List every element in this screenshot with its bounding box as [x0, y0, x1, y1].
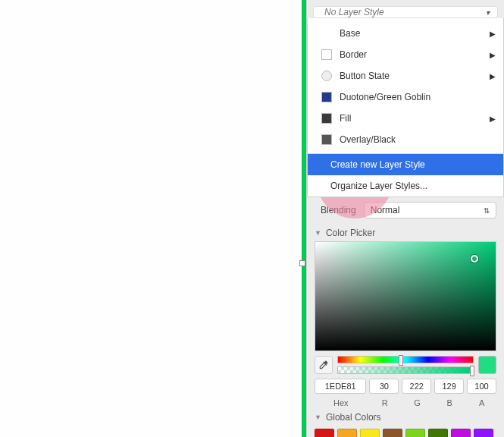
b-label: B — [435, 398, 465, 407]
resize-handle-midright[interactable] — [299, 260, 305, 266]
chevron-right-icon: ▶ — [490, 51, 496, 59]
g-input[interactable]: 222 — [402, 379, 431, 394]
global-color-swatch[interactable] — [405, 429, 425, 437]
menu-item-overlay-black[interactable]: Overlay/Black — [308, 129, 503, 150]
menu-item-duotone[interactable]: Duotone/Green Goblin — [308, 86, 503, 108]
canvas-area[interactable] — [0, 0, 306, 437]
menu-item-fill[interactable]: Fill ▶ — [308, 108, 503, 129]
r-label: R — [371, 398, 400, 407]
menu-item-label: Border — [340, 49, 490, 60]
color-indicator[interactable] — [471, 255, 478, 263]
global-color-swatch[interactable] — [360, 429, 380, 437]
style-swatch — [321, 92, 332, 102]
g-label: G — [402, 398, 432, 407]
chevron-down-icon: ▾ — [486, 8, 490, 17]
disclosure-triangle-icon: ▼ — [315, 413, 321, 421]
a-input[interactable]: 100 — [467, 379, 496, 394]
color-picker-header[interactable]: ▼ Color Picker — [307, 223, 504, 241]
global-color-swatch[interactable] — [474, 429, 493, 437]
menu-item-button-state[interactable]: Button State ▶ — [308, 65, 503, 86]
b-input[interactable]: 129 — [434, 379, 464, 394]
global-color-swatch[interactable] — [428, 429, 448, 437]
chevron-right-icon: ▶ — [490, 30, 496, 38]
saturation-value-panel[interactable] — [315, 241, 496, 351]
current-color-swatch[interactable] — [478, 356, 496, 374]
menu-item-create-layer-style[interactable]: Create new Layer Style — [308, 154, 503, 175]
section-title: Color Picker — [326, 228, 375, 238]
eyedropper-button[interactable] — [315, 356, 333, 374]
chevron-right-icon: ▶ — [490, 72, 496, 80]
menu-item-base[interactable]: Base ▶ — [308, 23, 503, 44]
style-swatch — [321, 113, 332, 124]
global-color-swatch[interactable] — [451, 429, 471, 437]
hex-input[interactable]: 1EDE81 — [315, 379, 366, 394]
style-swatch — [321, 71, 332, 81]
alpha-slider-thumb[interactable] — [470, 366, 474, 376]
global-colors-header[interactable]: ▼ Global Colors — [307, 407, 504, 426]
style-swatch — [321, 49, 332, 60]
disclosure-triangle-icon: ▼ — [315, 229, 321, 237]
r-input[interactable]: 30 — [369, 379, 399, 394]
menu-item-label: Base — [340, 28, 490, 39]
menu-item-label: Create new Layer Style — [321, 159, 496, 170]
inspector-panel: No Layer Style ▾ Base ▶ Border ▶ Button … — [306, 0, 504, 437]
layer-style-dropdown[interactable]: No Layer Style ▾ — [313, 6, 498, 18]
global-color-swatch[interactable] — [315, 429, 334, 437]
menu-item-label: Fill — [340, 113, 490, 124]
style-swatch — [321, 134, 332, 145]
global-colors-row — [307, 426, 504, 437]
chevron-right-icon: ▶ — [490, 115, 496, 123]
a-label: A — [467, 398, 496, 407]
menu-item-organize-layer-styles[interactable]: Organize Layer Styles... — [308, 175, 503, 196]
layer-style-selected: No Layer Style — [324, 7, 384, 17]
menu-item-label: Organize Layer Styles... — [321, 181, 496, 191]
stepper-icon: ⇅ — [484, 206, 490, 215]
hue-slider-thumb[interactable] — [399, 355, 403, 366]
hue-slider[interactable] — [337, 356, 474, 363]
section-title: Global Colors — [326, 412, 381, 423]
menu-item-label: Duotone/Green Goblin — [340, 92, 496, 102]
global-color-swatch[interactable] — [383, 429, 402, 437]
menu-item-label: Button State — [340, 71, 490, 81]
color-picker: 1EDE81 30 222 129 100 Hex R G B A — [307, 241, 504, 407]
layer-style-menu: Base ▶ Border ▶ Button State ▶ Duotone/G… — [307, 18, 504, 197]
global-color-swatch[interactable] — [337, 429, 357, 437]
menu-item-label: Overlay/Black — [340, 134, 496, 145]
hex-label: Hex — [315, 398, 368, 407]
eyedropper-icon — [318, 360, 329, 370]
alpha-slider[interactable] — [337, 366, 474, 374]
menu-item-border[interactable]: Border ▶ — [308, 44, 503, 65]
